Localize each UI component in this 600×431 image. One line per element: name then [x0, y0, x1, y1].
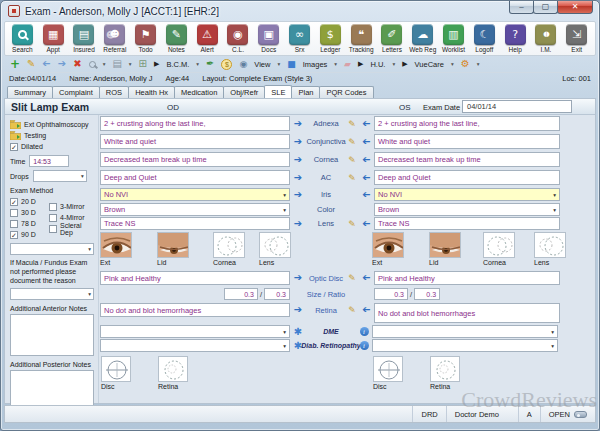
method-30d-row[interactable]: 30 D [10, 207, 49, 218]
drops-dropdown[interactable]: ▾ [33, 170, 87, 182]
toolbar-docs-button[interactable]: ▣Docs [253, 24, 284, 53]
images-button[interactable]: Images [303, 60, 328, 69]
images-caret-icon[interactable]: ▾ [334, 61, 337, 67]
od-lens-diagram-thumbnail[interactable]: Lens [259, 232, 291, 266]
view-caret-icon[interactable]: ▾ [277, 61, 280, 67]
method-20d-row[interactable]: ✓20 D [10, 196, 49, 207]
toolbar-ledger-button[interactable]: $Ledger [315, 24, 346, 53]
retina-edit-pencil-icon[interactable]: ✎ [346, 303, 358, 317]
eraser-icon[interactable]: ▰ [344, 60, 351, 69]
copy-right-arrow-icon[interactable]: ➔ [294, 305, 302, 315]
ac-od-input[interactable]: Deep and Quiet [100, 170, 290, 185]
tab-summary[interactable]: Summary [7, 86, 53, 98]
ac-os-input[interactable]: Deep and Quiet [374, 170, 560, 185]
od-retina-diagram-thumbnail[interactable]: Retina [158, 356, 188, 390]
dme-info-icon[interactable]: i [360, 327, 369, 336]
tab-ros[interactable]: ROS [99, 86, 129, 98]
color-os-dropdown[interactable]: Brown▾ [374, 203, 560, 216]
copy-right-arrow-icon[interactable]: ➔ [294, 119, 302, 129]
copy-right-arrow-icon[interactable]: ➔ [294, 155, 302, 165]
hu-caret-icon[interactable]: ▾ [392, 61, 395, 67]
od-ext-thumbnail[interactable]: Ext [100, 232, 132, 266]
toolbar-appt-button[interactable]: ▦Appt [38, 24, 69, 53]
os-retina-diagram-thumbnail[interactable]: Retina [430, 356, 460, 390]
pen-icon[interactable]: ✒ [206, 59, 214, 69]
size-ratio-os-v-input[interactable]: 0.3 [414, 288, 440, 300]
adnexa-edit-pencil-icon[interactable]: ✎ [346, 116, 358, 131]
copy-left-arrow-icon[interactable]: ➔ [362, 305, 370, 315]
testing-link[interactable]: Testing [10, 130, 94, 141]
diab-retinopathy-info-icon[interactable]: i [360, 341, 369, 350]
coin-dollar-icon[interactable]: $ [221, 59, 232, 70]
add-icon[interactable]: + [10, 58, 20, 70]
method-extra-dropdown[interactable]: ▾ [10, 243, 94, 255]
os-lens-diagram-thumbnail[interactable]: Lens [534, 232, 566, 266]
view-button[interactable]: View [254, 60, 270, 69]
method-78d-checkbox[interactable] [10, 220, 18, 228]
method-90d-checkbox[interactable]: ✓ [10, 231, 18, 239]
toolbar-todo-button[interactable]: ⚑Todo [130, 24, 161, 53]
toolbar-webreg-button[interactable]: ☁Web Reg [407, 24, 438, 53]
close-button[interactable]: ✕ [557, 0, 593, 14]
toolbar-cl-button[interactable]: ◉C.L. [223, 24, 254, 53]
toolbar-insured-button[interactable]: ▤Insured [69, 24, 100, 53]
tab-sle[interactable]: SLE [264, 85, 292, 98]
lens-os-input[interactable]: Trace NS [374, 217, 560, 230]
vuecare-play-icon[interactable]: ▶ [402, 61, 407, 68]
dme-os-dropdown[interactable]: ▾ [372, 325, 558, 338]
adnexa-od-input[interactable]: 2 + crusting along the last line, [100, 116, 290, 131]
ext-ophthalmoscopy-link[interactable]: Ext Ophthalmoscopy [10, 119, 94, 130]
lens-edit-pencil-icon[interactable]: ✎ [346, 217, 358, 230]
toolbar-im-button[interactable]: ◖◗I.M. [531, 24, 562, 53]
tab-complaint[interactable]: Complaint [52, 86, 100, 98]
od-disc-diagram-thumbnail[interactable]: Disc [101, 356, 131, 390]
forward-arrow-icon[interactable]: ➔ [58, 59, 66, 69]
tab-medication[interactable]: Medication [174, 86, 224, 98]
print-caret-icon[interactable]: ▾ [129, 61, 132, 67]
copy-left-arrow-icon[interactable]: ➔ [362, 219, 370, 229]
cornea-os-input[interactable]: Decreased team break up time [374, 152, 560, 167]
os-cornea-diagram-thumbnail[interactable]: Cornea [483, 232, 515, 266]
copy-left-arrow-icon[interactable]: ➔ [362, 190, 370, 200]
bcm-play-icon[interactable]: ▶ [154, 61, 159, 68]
od-cornea-diagram-thumbnail[interactable]: Cornea [213, 232, 245, 266]
method-90d-row[interactable]: ✓90 D [10, 229, 49, 240]
ac-edit-pencil-icon[interactable]: ✎ [346, 170, 358, 185]
maximize-button[interactable]: ▢ [533, 0, 558, 14]
wrench-icon[interactable]: ⚙ [461, 59, 470, 69]
optic-disc-od-input[interactable]: Pink and Healthy [100, 271, 290, 285]
bcm-caret-icon[interactable]: ▾ [196, 61, 199, 67]
anterior-notes-textarea[interactable] [10, 314, 94, 356]
retina-od-input[interactable]: No dot and blot hemorrhages [100, 303, 290, 317]
tab-plan[interactable]: Plan [291, 86, 320, 98]
method-scleraldep-row[interactable]: Scleral Dep [49, 223, 94, 234]
vuecare-caret-icon[interactable]: ▾ [451, 61, 454, 67]
print-icon[interactable]: ▤ [112, 59, 121, 69]
bcm-button[interactable]: B.C.M. [166, 60, 189, 69]
toolbar-alert-button[interactable]: ⚠Alert [192, 24, 223, 53]
os-lid-thumbnail[interactable]: Lid [429, 232, 461, 266]
find-magnifier-icon[interactable] [89, 61, 96, 68]
copy-right-arrow-icon[interactable]: ➔ [294, 173, 302, 183]
copy-right-arrow-icon[interactable]: ➔ [294, 190, 302, 200]
optic-disc-edit-pencil-icon[interactable]: ✎ [346, 271, 358, 285]
copy-right-arrow-icon[interactable]: ➔ [294, 137, 302, 147]
adnexa-os-input[interactable]: 2 + crusting along the last line, [374, 116, 560, 131]
images-icon[interactable]: ■ [287, 60, 296, 69]
method-4mirror-checkbox[interactable] [49, 214, 57, 222]
lens-od-input[interactable]: Trace NS [100, 217, 290, 230]
toolbar-help-button[interactable]: ?Help [500, 24, 531, 53]
copy-left-arrow-icon[interactable]: ➔ [362, 173, 370, 183]
find-caret-icon[interactable]: ▾ [103, 61, 106, 67]
method-78d-row[interactable]: 78 D [10, 218, 49, 229]
size-ratio-od-h-input[interactable]: 0.3 [224, 288, 258, 300]
os-disc-diagram-thumbnail[interactable]: Disc [373, 356, 403, 390]
toolbar-notes-button[interactable]: ✎Notes [161, 24, 192, 53]
size-ratio-od-v-input[interactable]: 0.3 [264, 288, 290, 300]
optic-disc-os-input[interactable]: Pink and Healthy [374, 271, 560, 285]
retina-os-input[interactable]: No dot and blot hemorrhages [374, 303, 560, 323]
new-window-icon[interactable]: ⊞ [139, 59, 147, 69]
lock-key-icon[interactable] [574, 411, 587, 418]
method-scleraldep-checkbox[interactable] [49, 225, 57, 233]
method-20d-checkbox[interactable]: ✓ [10, 198, 18, 206]
